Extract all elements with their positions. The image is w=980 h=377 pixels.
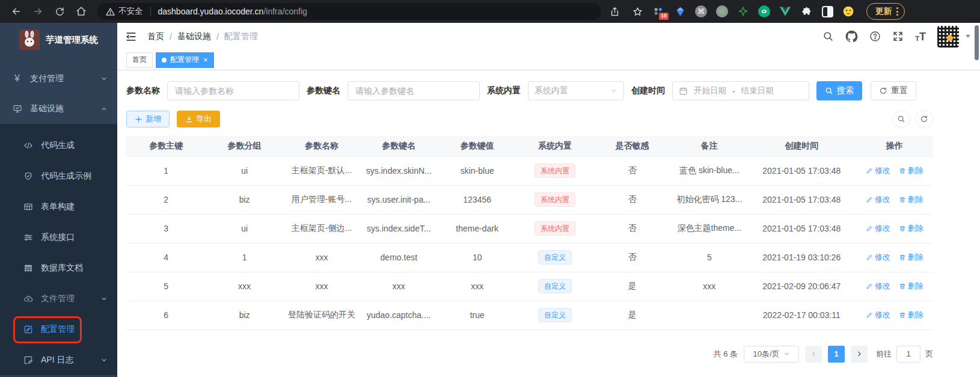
browser-update-button[interactable]: 更新 — [866, 3, 905, 20]
builtin-select[interactable]: 系统内置 — [528, 81, 624, 100]
prev-page-button[interactable] — [805, 346, 822, 363]
edit-icon — [866, 196, 873, 203]
reset-button[interactable]: 重置 — [871, 81, 916, 100]
browser-reload-button[interactable] — [51, 2, 69, 20]
browser-forward-button[interactable] — [29, 2, 47, 20]
col-created: 创建时间 — [747, 136, 856, 156]
security-warning[interactable]: 不安全 — [106, 6, 143, 17]
vue-extension-icon[interactable] — [779, 5, 792, 18]
avatar-caret-icon[interactable] — [966, 35, 970, 38]
delete-link[interactable]: 删除 — [899, 223, 923, 234]
sidebar-item-label: API 日志 — [41, 355, 73, 366]
bookmark-star-icon[interactable] — [632, 7, 643, 17]
back-arrow-icon — [11, 6, 22, 17]
col-name: 参数名称 — [283, 136, 360, 156]
github-icon[interactable] — [845, 30, 858, 43]
address-bar[interactable]: 不安全 dashboard.yudao.iocoder.cn/infra/con… — [97, 3, 601, 20]
workspace-extension-icon[interactable]: 10 — [652, 5, 666, 18]
swirl-extension-icon[interactable] — [758, 5, 771, 18]
sidebar-item-form-builder[interactable]: 表单构建 — [0, 191, 117, 222]
table-row: 4 1 xxx demo.test 10 自定义 否 5 2021-01-19 … — [126, 243, 933, 272]
browser-back-button[interactable] — [7, 2, 25, 20]
command-extension-icon[interactable]: ⌘ — [694, 5, 708, 18]
star-extension-icon[interactable] — [737, 5, 750, 18]
tab-config-management[interactable]: 配置管理 × — [156, 52, 214, 68]
emoji-extension-icon[interactable] — [842, 5, 855, 18]
next-page-button[interactable] — [851, 346, 868, 363]
edit-link[interactable]: 修改 — [866, 310, 890, 320]
search-icon[interactable] — [822, 31, 834, 42]
sidebar-submenu: 代码生成 代码生成示例 表单构建 — [0, 124, 117, 375]
page-scrollbar[interactable] — [975, 25, 979, 60]
trash-icon — [899, 283, 906, 290]
param-key-input[interactable] — [348, 81, 480, 100]
trash-icon — [899, 254, 906, 261]
delete-link[interactable]: 删除 — [899, 194, 923, 205]
show-search-button[interactable] — [892, 110, 910, 128]
contrast-extension-icon[interactable] — [821, 5, 834, 18]
sidebar-logo-row[interactable]: 芋道管理系统 — [0, 23, 117, 57]
chevron-down-icon — [100, 357, 108, 364]
goto-page-input[interactable] — [896, 346, 920, 363]
browser-menu-icon[interactable] — [896, 7, 898, 16]
sidebar-item-code-generation[interactable]: 代码生成 — [0, 130, 117, 161]
font-size-icon[interactable]: TT — [915, 31, 926, 42]
add-button[interactable]: 新增 — [126, 111, 170, 127]
col-sensitive: 是否敏感 — [593, 136, 671, 156]
export-button[interactable]: 导出 — [177, 111, 220, 127]
col-actions: 操作 — [856, 136, 933, 156]
edit-link[interactable]: 修改 — [866, 223, 890, 234]
page-number-current[interactable]: 1 — [828, 346, 845, 363]
sidebar: 芋道管理系统 ¥ 支付管理 基础设施 — [0, 23, 117, 377]
breadcrumb-home[interactable]: 首页 — [147, 31, 164, 42]
date-range-picker[interactable]: 开始日期 - 结束日期 — [672, 81, 809, 100]
sidebar-item-label: 代码生成示例 — [41, 171, 91, 182]
end-date-placeholder[interactable]: 结束日期 — [741, 85, 774, 96]
user-avatar[interactable] — [937, 26, 959, 48]
url-host: dashboard.yudao.iocoder.cn — [158, 7, 264, 16]
header: 首页 / 基础设施 / 配置管理 — [117, 23, 980, 50]
delete-link[interactable]: 删除 — [899, 281, 923, 292]
page-content: 参数名称 参数键名 系统内置 系统内置 — [117, 70, 980, 377]
trash-icon — [899, 311, 906, 319]
puzzle-extension-icon[interactable] — [800, 5, 813, 18]
home-icon — [76, 6, 87, 17]
sidebar-collapse-icon[interactable] — [125, 31, 137, 43]
col-key: 参数键名 — [360, 136, 437, 156]
record-extension-icon[interactable] — [715, 5, 729, 18]
edit-link[interactable]: 修改 — [866, 165, 890, 176]
edit-link[interactable]: 修改 — [866, 281, 890, 292]
delete-link[interactable]: 删除 — [899, 252, 923, 263]
chevron-down-icon — [100, 295, 108, 302]
sidebar-item-api-log[interactable]: API 日志 — [0, 345, 117, 375]
start-date-placeholder[interactable]: 开始日期 — [694, 85, 726, 96]
sidebar-item-code-example[interactable]: 代码生成示例 — [0, 161, 117, 191]
sidebar-item-system-api[interactable]: 系统接口 — [0, 222, 117, 253]
sidebar-item-db-docs[interactable]: 数据库文档 — [0, 253, 117, 283]
sidebar-item-payment[interactable]: ¥ 支付管理 — [0, 64, 117, 94]
delete-link[interactable]: 删除 — [899, 165, 923, 176]
share-icon[interactable] — [610, 7, 620, 17]
range-separator: - — [732, 87, 735, 96]
sidebar-item-infrastructure[interactable]: 基础设施 — [0, 94, 117, 124]
sidebar-item-file-management[interactable]: 文件管理 — [0, 283, 117, 314]
note-pencil-icon — [23, 355, 33, 365]
trash-icon — [899, 225, 906, 232]
help-icon[interactable] — [869, 31, 881, 42]
delete-link[interactable]: 删除 — [899, 310, 923, 320]
param-name-label: 参数名称 — [126, 85, 160, 96]
refresh-table-button[interactable] — [915, 110, 933, 128]
breadcrumb-infrastructure[interactable]: 基础设施 — [177, 31, 211, 42]
fullscreen-icon[interactable] — [892, 31, 904, 42]
edit-link[interactable]: 修改 — [866, 252, 890, 263]
tab-home[interactable]: 首页 — [126, 52, 153, 68]
tab-close-icon[interactable]: × — [203, 56, 208, 64]
param-name-input[interactable] — [167, 81, 299, 100]
search-button[interactable]: 搜索 — [816, 81, 862, 100]
kite-extension-icon[interactable] — [673, 5, 687, 18]
edit-link[interactable]: 修改 — [866, 194, 890, 205]
builtin-select-placeholder: 系统内置 — [534, 85, 568, 96]
sidebar-item-config-management[interactable]: 配置管理 — [0, 314, 117, 345]
page-size-select[interactable]: 10条/页 — [744, 346, 799, 363]
browser-home-button[interactable] — [72, 2, 90, 20]
